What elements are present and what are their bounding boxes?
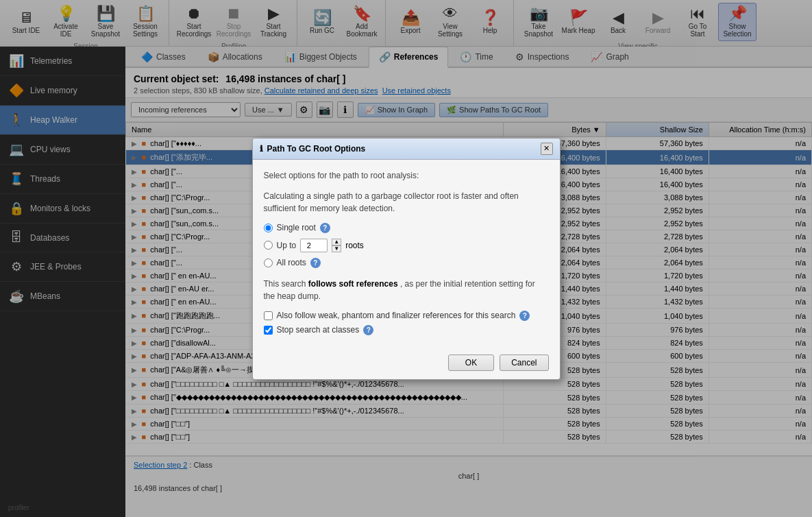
- cancel-button[interactable]: Cancel: [500, 354, 548, 371]
- soft-ref-bold: follows soft references: [308, 279, 398, 289]
- up-to-stepper: ▲ ▼: [332, 239, 341, 252]
- root-options-group: Single root ? Up to ▲ ▼ roots All roots: [264, 223, 549, 268]
- up-to-row: Up to ▲ ▼ roots: [264, 239, 549, 252]
- stepper-down-button[interactable]: ▼: [332, 245, 341, 252]
- modal-close-button[interactable]: ✕: [541, 143, 553, 155]
- modal-calc-desc: Calculating a single path to a garbage c…: [264, 190, 549, 215]
- single-root-label[interactable]: Single root: [277, 223, 316, 232]
- modal-body: Select options for the path to root anal…: [253, 160, 560, 349]
- follow-weak-row: Also follow weak, phantom and finalizer …: [264, 311, 549, 321]
- modal-title-bar: ℹ Path To GC Root Options ✕: [253, 139, 560, 160]
- follow-weak-help-icon[interactable]: ?: [519, 311, 530, 321]
- all-roots-help-icon[interactable]: ?: [310, 258, 321, 268]
- modal-select-desc: Select options for the path to root anal…: [264, 169, 549, 182]
- follow-weak-checkbox[interactable]: [264, 311, 273, 320]
- soft-ref-pre: This search: [264, 279, 308, 289]
- all-roots-row: All roots ?: [264, 258, 549, 268]
- modal-calc-text-pre: Calculating a single path to a garbage c…: [264, 191, 519, 213]
- all-roots-radio[interactable]: [264, 258, 273, 267]
- modal-title-icon: ℹ: [260, 144, 263, 154]
- roots-suffix: roots: [345, 241, 364, 250]
- modal-path-gc-root: ℹ Path To GC Root Options ✕ Select optio…: [252, 138, 561, 380]
- up-to-radio[interactable]: [264, 241, 273, 250]
- modal-title: ℹ Path To GC Root Options: [260, 144, 366, 154]
- up-to-number-input[interactable]: [300, 239, 328, 252]
- stop-search-checkbox[interactable]: [264, 326, 273, 335]
- modal-footer: OK Cancel: [253, 349, 560, 379]
- stop-search-label[interactable]: Stop search at classes: [277, 325, 360, 335]
- ok-button[interactable]: OK: [448, 354, 494, 371]
- modal-overlay: ℹ Path To GC Root Options ✕ Select optio…: [0, 0, 812, 517]
- single-root-row: Single root ?: [264, 223, 549, 233]
- modal-title-text: Path To GC Root Options: [267, 144, 366, 154]
- follow-weak-label[interactable]: Also follow weak, phantom and finalizer …: [277, 311, 516, 320]
- single-root-radio[interactable]: [264, 224, 273, 232]
- soft-ref-note: This search follows soft references , as…: [264, 278, 549, 302]
- up-to-label[interactable]: Up to: [277, 241, 297, 250]
- all-roots-label[interactable]: All roots: [277, 258, 306, 267]
- stop-search-row: Stop search at classes ?: [264, 325, 549, 335]
- single-root-help-icon[interactable]: ?: [320, 223, 330, 233]
- stepper-up-button[interactable]: ▲: [332, 239, 341, 245]
- stop-search-help-icon[interactable]: ?: [363, 325, 373, 335]
